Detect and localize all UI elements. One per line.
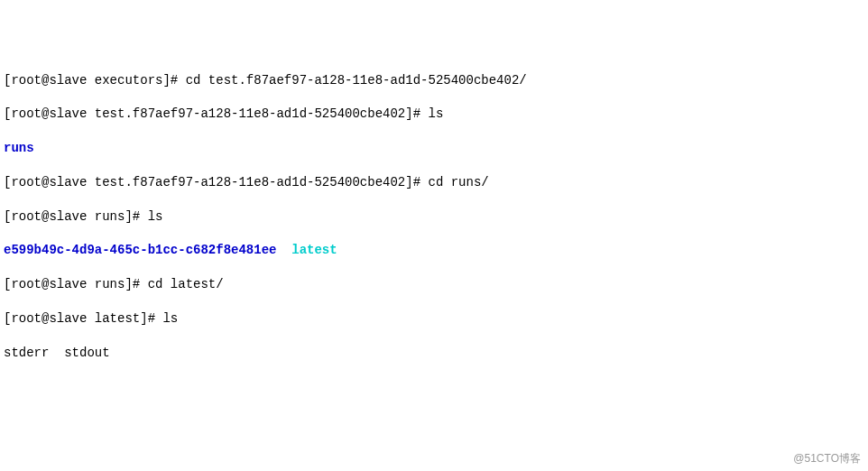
prompt: [root@slave test.f87aef97-a128-11e8-ad1d…	[4, 106, 428, 121]
command: cd runs/	[428, 175, 488, 189]
separator	[276, 243, 291, 257]
prompt: [root@slave executors]#	[4, 73, 186, 88]
symlink-name: latest	[291, 243, 337, 257]
prompt: [root@slave runs]#	[4, 277, 148, 291]
terminal-line: [root@slave runs]# cd latest/	[4, 276, 864, 293]
command: ls	[148, 209, 163, 224]
command: cd test.f87aef97-a128-11e8-ad1d-525400cb…	[186, 73, 527, 88]
file-list: stderr stdout	[4, 346, 110, 360]
command: ls	[162, 311, 178, 326]
watermark: @51CTO博客	[793, 451, 861, 466]
terminal-output: e599b49c-4d9a-465c-b1cc-c682f8e481ee lat…	[4, 242, 864, 259]
terminal-line: [root@slave latest]# ls	[4, 310, 864, 328]
blank-gap	[4, 379, 864, 465]
prompt: [root@slave test.f87aef97-a128-11e8-ad1d…	[4, 175, 428, 189]
directory-name: runs	[4, 141, 34, 155]
command: cd latest/	[148, 277, 224, 291]
terminal-output: stderr stdout	[4, 345, 864, 362]
command: ls	[428, 106, 443, 121]
directory-name: e599b49c-4d9a-465c-b1cc-c682f8e481ee	[4, 243, 276, 257]
terminal-output: runs	[4, 140, 864, 157]
terminal-line: [root@slave executors]# cd test.f87aef97…	[4, 72, 864, 89]
prompt: [root@slave runs]#	[4, 209, 148, 224]
terminal-line: [root@slave runs]# ls	[4, 208, 864, 226]
prompt: [root@slave latest]#	[4, 311, 162, 326]
terminal-line: [root@slave test.f87aef97-a128-11e8-ad1d…	[4, 106, 864, 123]
terminal-line: [root@slave test.f87aef97-a128-11e8-ad1d…	[4, 174, 864, 191]
